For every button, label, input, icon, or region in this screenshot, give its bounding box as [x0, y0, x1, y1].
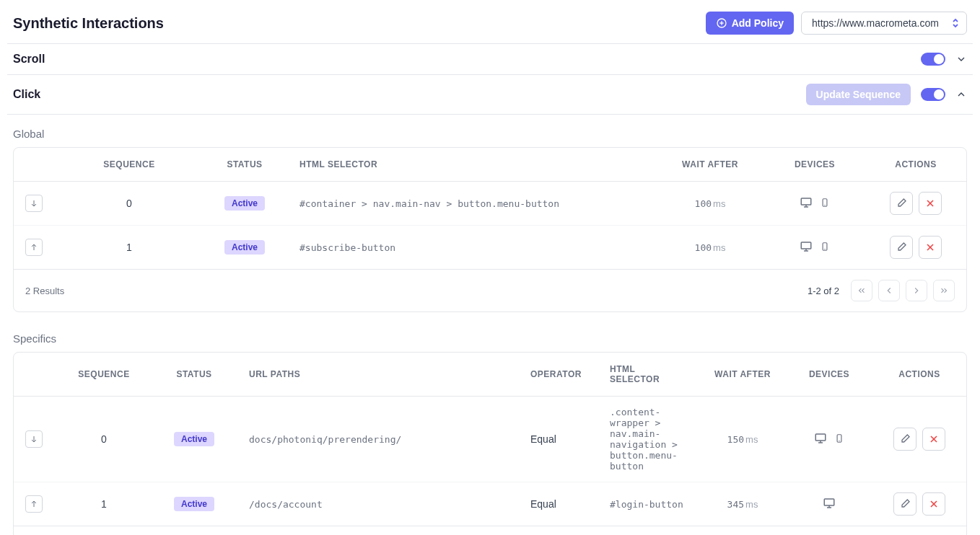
section-click-title: Click	[13, 88, 40, 101]
cell-urlpaths: docs/photoniq/prerendering/	[249, 434, 401, 445]
cell-wait-value: 100	[695, 198, 712, 209]
update-sequence-button[interactable]: Update Sequence	[806, 84, 911, 105]
status-badge: Active	[174, 497, 214, 511]
move-up-button[interactable]	[25, 239, 43, 256]
pager-next-button[interactable]	[906, 280, 927, 301]
edit-button[interactable]	[890, 192, 913, 215]
col-actions: ACTIONS	[872, 353, 966, 397]
cell-sequence: 1	[57, 482, 151, 526]
table-row: 0 Active docs/photoniq/prerendering/ Equ…	[14, 397, 966, 482]
svg-rect-12	[801, 242, 811, 249]
specifics-heading: Specifics	[7, 312, 973, 352]
cell-wait-unit: ms	[713, 242, 725, 253]
cell-selector: #subscribe-button	[299, 242, 395, 253]
specifics-table: SEQUENCE STATUS URL PATHS OPERATOR HTML …	[13, 352, 967, 535]
cell-operator: Equal	[519, 482, 598, 526]
col-html-selector: HTML SELECTOR	[598, 353, 699, 397]
delete-button[interactable]	[922, 492, 945, 516]
url-select-value: https://www.macrometa.com	[812, 17, 939, 29]
global-table-header: SEQUENCE STATUS HTML SELECTOR WAIT AFTER…	[14, 148, 966, 182]
status-badge: Active	[224, 240, 265, 255]
status-badge: Active	[224, 196, 265, 211]
add-policy-label: Add Policy	[732, 17, 784, 29]
svg-rect-20	[815, 434, 826, 441]
chevron-down-icon[interactable]	[955, 53, 967, 65]
svg-rect-28	[824, 499, 834, 505]
cell-operator: Equal	[519, 397, 598, 482]
pager: 1-2 of 2	[808, 280, 955, 301]
click-toggle[interactable]	[921, 88, 945, 101]
mobile-icon	[820, 240, 830, 253]
devices-cell	[800, 196, 830, 209]
global-table: SEQUENCE STATUS HTML SELECTOR WAIT AFTER…	[13, 147, 967, 312]
col-wait-after: WAIT AFTER	[656, 148, 764, 182]
devices-cell	[823, 497, 836, 510]
desktop-icon	[823, 497, 836, 510]
delete-button[interactable]	[919, 236, 942, 259]
chevron-up-icon[interactable]	[955, 89, 967, 100]
cell-selector: #container > nav.main-nav > button.menu-…	[299, 198, 559, 209]
mobile-icon	[834, 432, 844, 445]
actions-cell	[890, 236, 942, 259]
col-actions: ACTIONS	[865, 148, 966, 182]
status-badge: Active	[174, 432, 214, 446]
col-status: STATUS	[201, 148, 288, 182]
cell-sequence: 0	[57, 397, 151, 482]
cell-wait-unit: ms	[745, 434, 758, 445]
col-html-selector: HTML SELECTOR	[288, 148, 656, 182]
col-devices: DEVICES	[764, 148, 865, 182]
url-select[interactable]: https://www.macrometa.com	[801, 12, 967, 35]
move-up-button[interactable]	[25, 495, 43, 513]
cell-wait-unit: ms	[713, 198, 725, 209]
cell-sequence: 1	[57, 226, 201, 270]
pager-first-button[interactable]	[851, 280, 872, 301]
section-click-controls: Update Sequence	[806, 84, 967, 105]
specifics-table-footer: 2 Results 1-2 of 2	[14, 526, 966, 535]
header-actions: Add Policy https://www.macrometa.com	[706, 12, 967, 35]
section-click: Click Update Sequence	[7, 75, 973, 115]
svg-rect-4	[801, 198, 811, 205]
cell-selector: #login-button	[610, 499, 683, 510]
col-url-paths: URL PATHS	[237, 353, 519, 397]
col-sequence: SEQUENCE	[57, 353, 151, 397]
col-sequence: SEQUENCE	[57, 148, 201, 182]
cell-wait-unit: ms	[745, 499, 758, 510]
cell-wait-value: 150	[727, 434, 744, 445]
actions-cell	[893, 428, 945, 451]
edit-button[interactable]	[893, 428, 916, 451]
edit-button[interactable]	[890, 236, 913, 259]
table-row: 0 Active #container > nav.main-nav > but…	[14, 182, 966, 226]
cell-wait-value: 100	[695, 242, 712, 253]
devices-cell	[814, 432, 844, 445]
col-operator: OPERATOR	[519, 353, 598, 397]
col-wait-after: WAIT AFTER	[699, 353, 786, 397]
col-devices: DEVICES	[786, 353, 872, 397]
section-scroll-controls	[921, 53, 967, 66]
updown-arrows-icon	[952, 18, 959, 28]
pager-last-button[interactable]	[933, 280, 955, 301]
delete-button[interactable]	[922, 428, 945, 451]
move-down-button[interactable]	[25, 430, 43, 448]
results-count: 2 Results	[25, 286, 64, 296]
actions-cell	[893, 492, 945, 516]
cell-sequence: 0	[57, 182, 201, 226]
global-table-footer: 2 Results 1-2 of 2	[14, 269, 966, 311]
global-heading: Global	[7, 115, 973, 147]
add-policy-button[interactable]: Add Policy	[706, 12, 794, 35]
page-title: Synthetic Interactions	[13, 15, 164, 32]
table-row: 1 Active /docs/account Equal #login-butt…	[14, 482, 966, 526]
desktop-icon	[800, 196, 813, 209]
move-down-button[interactable]	[25, 195, 43, 212]
actions-cell	[890, 192, 942, 215]
cell-urlpaths: /docs/account	[249, 499, 323, 510]
section-scroll: Scroll	[7, 44, 973, 75]
specifics-table-header: SEQUENCE STATUS URL PATHS OPERATOR HTML …	[14, 353, 966, 397]
pager-prev-button[interactable]	[878, 280, 900, 301]
col-status: STATUS	[151, 353, 237, 397]
desktop-icon	[814, 432, 827, 445]
plus-circle-icon	[716, 17, 727, 29]
delete-button[interactable]	[919, 192, 942, 215]
edit-button[interactable]	[893, 492, 916, 516]
section-scroll-title: Scroll	[13, 53, 45, 66]
scroll-toggle[interactable]	[921, 53, 945, 66]
